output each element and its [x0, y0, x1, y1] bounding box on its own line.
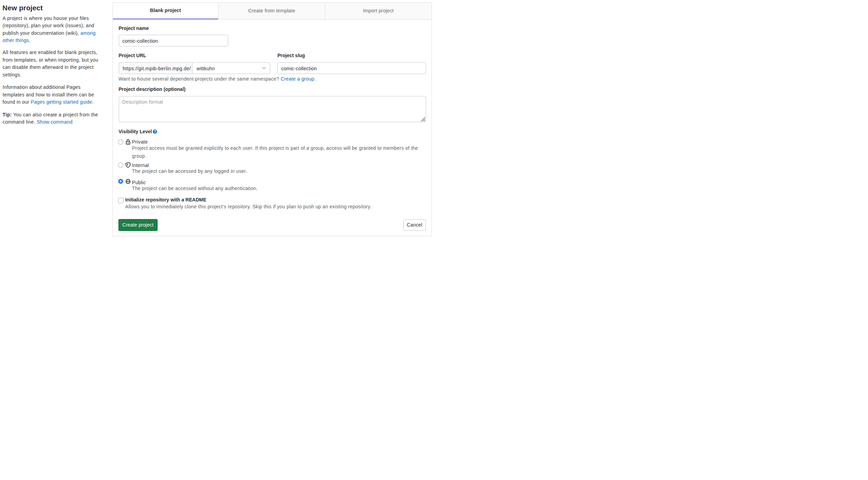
svg-text:?: ?	[154, 130, 156, 134]
